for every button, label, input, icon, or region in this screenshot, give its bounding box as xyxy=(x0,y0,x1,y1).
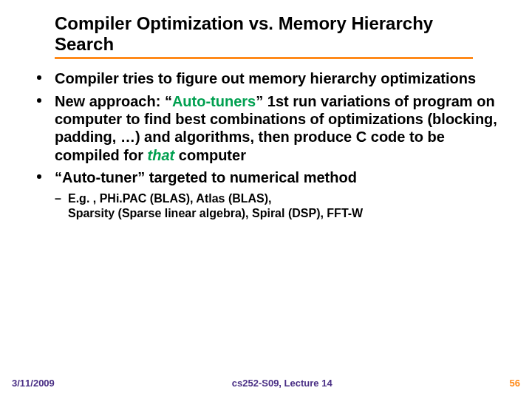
slide: Compiler Optimization vs. Memory Hierarc… xyxy=(0,0,532,399)
bullet-dot-icon xyxy=(37,174,41,179)
bullet-dot-icon xyxy=(37,75,41,80)
sub-bullet-item: –E.g. , PHi.PAC (BLAS), Atlas (BLAS),Spa… xyxy=(55,191,502,221)
bullet-item: Compiler tries to figure out memory hier… xyxy=(30,69,502,87)
footer-center: cs252-S09, Lecture 14 xyxy=(55,378,510,389)
bullet-text: “Auto-tuner” targeted to numerical metho… xyxy=(55,169,357,185)
bullet-text: New approach: “Auto-tuners” 1st run vari… xyxy=(55,93,497,163)
bullet-list: Compiler tries to figure out memory hier… xyxy=(30,69,502,220)
sub-bullet-text: E.g. , PHi.PAC (BLAS), Atlas (BLAS),Spar… xyxy=(68,192,363,219)
slide-footer: 3/11/2009 cs252-S09, Lecture 14 56 xyxy=(0,378,532,389)
bullet-item: New approach: “Auto-tuners” 1st run vari… xyxy=(30,92,502,165)
footer-page: 56 xyxy=(510,378,520,389)
slide-title: Compiler Optimization vs. Memory Hierarc… xyxy=(55,13,473,54)
sub-bullet-list: –E.g. , PHi.PAC (BLAS), Atlas (BLAS),Spa… xyxy=(55,191,502,221)
title-underline xyxy=(55,57,473,59)
bullet-text: Compiler tries to figure out memory hier… xyxy=(55,70,476,86)
bullet-dot-icon xyxy=(37,98,41,103)
bullet-item: “Auto-tuner” targeted to numerical metho… xyxy=(30,168,502,186)
slide-body: Compiler tries to figure out memory hier… xyxy=(30,69,502,220)
footer-date: 3/11/2009 xyxy=(12,378,55,389)
dash-icon: – xyxy=(55,191,61,206)
